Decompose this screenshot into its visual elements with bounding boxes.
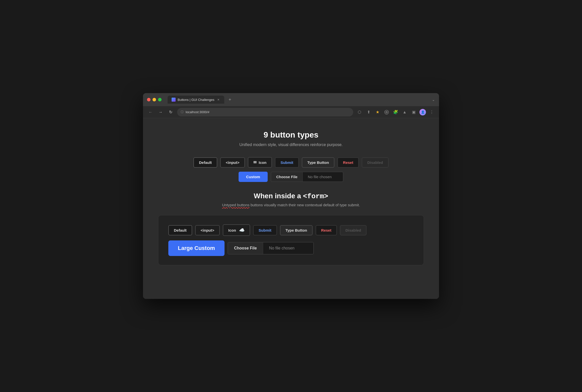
envelope-icon: ✉ xyxy=(253,160,257,165)
form-reset-button[interactable]: Reset xyxy=(316,225,337,235)
page-content: 9 button types Unified modern style, vis… xyxy=(143,118,439,299)
form-type-button-button[interactable]: Type Button xyxy=(280,225,313,235)
default-button[interactable]: Default xyxy=(193,157,217,168)
tab-close-icon[interactable]: ✕ xyxy=(216,98,220,102)
browser-titlebar: Buttons | GUI Challenges ✕ + ⌄ xyxy=(143,93,439,106)
active-tab[interactable]: Buttons | GUI Challenges ✕ xyxy=(168,96,224,104)
traffic-lights xyxy=(147,98,162,101)
extension2-icon[interactable]: 🧩 xyxy=(392,109,399,115)
minimize-button[interactable] xyxy=(153,98,156,101)
close-button[interactable] xyxy=(147,98,151,101)
address-text: localhost:3000/# xyxy=(186,110,209,114)
section2-subtitle: Untyped buttons buttons visually match t… xyxy=(158,203,424,207)
browser-toolbar: ← → ↻ ⓘ localhost:3000/# ⬡ ⬆ ★ 🧩 ▲ ▣ 👤 ⋮ xyxy=(143,106,439,118)
address-bar[interactable]: ⓘ localhost:3000/# xyxy=(177,108,353,116)
svg-point-2 xyxy=(386,112,387,113)
form-choose-file-button[interactable]: Choose File xyxy=(228,242,263,254)
back-button[interactable]: ← xyxy=(147,109,154,116)
star-icon[interactable]: ★ xyxy=(374,109,381,115)
maximize-button[interactable] xyxy=(158,98,162,101)
input-button[interactable]: <input> xyxy=(220,157,245,168)
new-tab-button[interactable]: + xyxy=(226,96,233,103)
content-main: 9 button types Unified modern style, vis… xyxy=(153,130,429,265)
form-submit-button[interactable]: Submit xyxy=(253,225,277,235)
type-button-button[interactable]: Type Button xyxy=(302,157,334,168)
choose-file-button[interactable]: Choose File xyxy=(271,172,303,181)
button-group-row1: Default <input> ✉ Icon Submit Type Butto… xyxy=(193,157,388,168)
forward-button[interactable]: → xyxy=(157,109,164,116)
page-subtitle: Unified modern style, visual differences… xyxy=(239,143,342,147)
form-button-group-row1: Default <input> Icon ☁️ Submit Type Butt… xyxy=(168,224,367,236)
extension1-icon[interactable] xyxy=(383,109,390,115)
form-box: Default <input> Icon ☁️ Submit Type Butt… xyxy=(158,215,424,265)
form-button-group-row2: Large Custom Choose File No file chosen xyxy=(168,240,314,256)
profile-avatar[interactable]: 👤 xyxy=(419,109,426,115)
form-file-name-label: No file chosen xyxy=(263,242,313,254)
browser-window: Buttons | GUI Challenges ✕ + ⌄ ← → ↻ ⓘ l… xyxy=(143,93,439,299)
section2-subtitle-underline: Untyped buttons xyxy=(222,203,249,207)
submit-button[interactable]: Submit xyxy=(275,157,299,168)
reload-button[interactable]: ↻ xyxy=(167,109,174,116)
reset-button[interactable]: Reset xyxy=(337,157,359,168)
disabled-button: Disabled xyxy=(362,157,389,168)
extension3-icon[interactable]: ▲ xyxy=(401,109,408,115)
custom-button[interactable]: Custom xyxy=(239,172,268,182)
form-file-input-wrapper: Choose File No file chosen xyxy=(228,242,314,254)
icon-button[interactable]: ✉ Icon xyxy=(248,157,272,168)
sidebar-icon[interactable]: ▣ xyxy=(410,109,417,115)
form-icon-button[interactable]: Icon ☁️ xyxy=(223,224,250,236)
toolbar-icons: ⬡ ⬆ ★ 🧩 ▲ ▣ 👤 ⋮ xyxy=(356,109,435,115)
tab-title: Buttons | GUI Challenges xyxy=(178,98,214,102)
file-input-wrapper: Choose File No file chosen xyxy=(271,172,343,182)
file-name-label: No file chosen xyxy=(303,172,343,181)
form-disabled-button: Disabled xyxy=(340,225,367,235)
menu-icon[interactable]: ⋮ xyxy=(428,109,435,115)
tab-bar: Buttons | GUI Challenges ✕ + xyxy=(168,96,429,104)
form-default-button[interactable]: Default xyxy=(168,225,192,235)
external-link-icon[interactable]: ⬡ xyxy=(356,109,363,115)
large-custom-button[interactable]: Large Custom xyxy=(168,240,225,256)
lock-icon: ⓘ xyxy=(181,110,184,114)
section-divider: When inside a <form> Untyped buttons but… xyxy=(158,192,424,207)
share-icon[interactable]: ⬆ xyxy=(365,109,372,115)
button-group-row2: Custom Choose File No file chosen xyxy=(239,172,343,182)
chevron-down-icon: ⌄ xyxy=(432,98,435,102)
cloud-icon: ☁️ xyxy=(239,227,245,233)
page-title: 9 button types xyxy=(264,130,319,140)
tab-favicon xyxy=(172,98,176,102)
form-input-button[interactable]: <input> xyxy=(195,225,220,235)
section2-title: When inside a <form> xyxy=(158,192,424,200)
